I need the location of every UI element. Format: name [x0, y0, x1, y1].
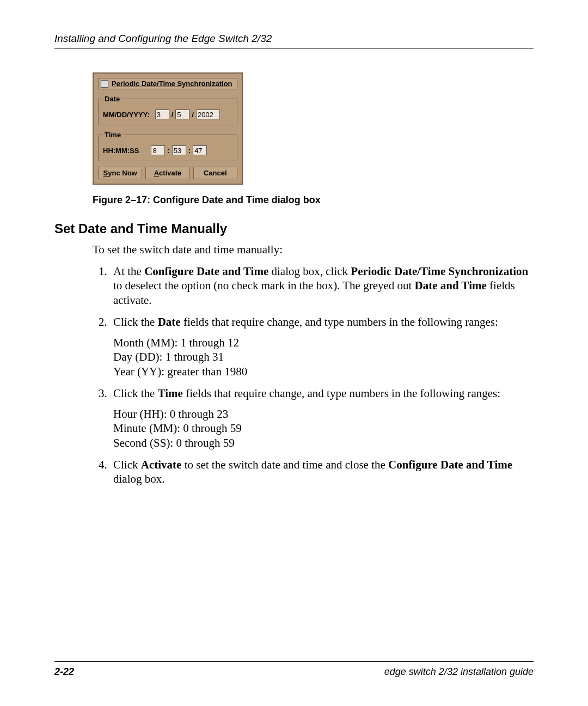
step-2-line-3: Year (YY): greater than 1980 — [113, 364, 534, 379]
intro-text: To set the switch date and time manually… — [93, 243, 534, 257]
cancel-button[interactable]: Cancel — [193, 167, 237, 179]
day-field[interactable] — [175, 109, 189, 119]
year-field[interactable] — [196, 109, 220, 119]
sync-now-button[interactable]: Sync Now — [98, 167, 142, 179]
configure-date-time-dialog: Periodic Date/Time Synchronization Date … — [93, 72, 243, 185]
page-number: 2-22 — [54, 666, 74, 678]
month-field[interactable] — [155, 109, 169, 119]
step-3-line-3: Second (SS): 0 through 59 — [113, 436, 534, 450]
minute-field[interactable] — [172, 145, 186, 155]
date-group: Date MM/DD/YYYY: / / — [98, 95, 237, 125]
periodic-sync-row[interactable]: Periodic Date/Time Synchronization — [98, 78, 237, 89]
time-legend: Time — [103, 131, 122, 139]
date-legend: Date — [103, 95, 121, 103]
date-sep-2: / — [192, 111, 194, 119]
running-head: Installing and Configuring the Edge Swit… — [54, 33, 534, 48]
time-sep-1: : — [167, 147, 169, 155]
page-footer: 2-22 edge switch 2/32 installation guide — [54, 661, 534, 678]
hour-field[interactable] — [151, 145, 165, 155]
periodic-sync-label: Periodic Date/Time Synchronization — [112, 80, 232, 88]
periodic-sync-checkbox[interactable] — [101, 80, 108, 88]
date-sep-1: / — [171, 111, 174, 119]
activate-button[interactable]: Activate — [145, 167, 189, 179]
time-sep-2: : — [188, 147, 191, 155]
date-format-label: MM/DD/YYYY: — [103, 111, 150, 119]
step-2-line-1: Month (MM): 1 through 12 — [113, 336, 534, 350]
time-format-label: HH:MM:SS — [103, 147, 139, 155]
step-3-line-2: Minute (MM): 0 through 59 — [113, 421, 534, 435]
step-3: Click the Time fields that require chang… — [110, 386, 534, 450]
step-1: At the Configure Date and Time dialog bo… — [110, 264, 534, 307]
step-4: Click Activate to set the switch date an… — [110, 458, 534, 486]
step-2: Click the Date fields that require chang… — [110, 315, 534, 379]
steps-list: At the Configure Date and Time dialog bo… — [93, 264, 534, 486]
time-group: Time HH:MM:SS : : — [98, 131, 237, 161]
step-3-line-1: Hour (HH): 0 through 23 — [113, 407, 534, 421]
second-field[interactable] — [193, 145, 207, 155]
figure-caption: Figure 2–17: Configure Date and Time dia… — [93, 194, 534, 206]
section-heading: Set Date and Time Manually — [54, 221, 534, 236]
step-2-line-2: Day (DD): 1 through 31 — [113, 350, 534, 364]
footer-title: edge switch 2/32 installation guide — [384, 666, 534, 678]
